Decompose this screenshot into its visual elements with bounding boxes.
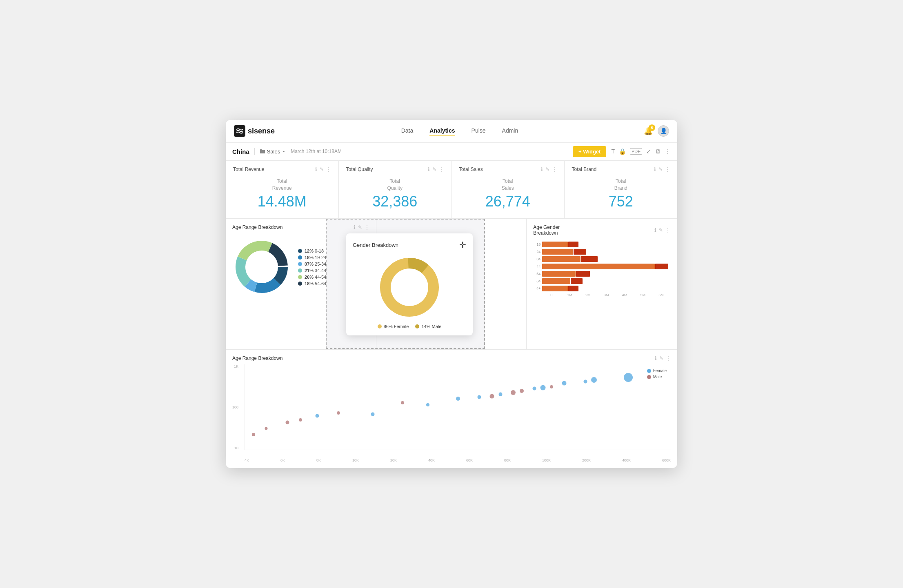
notification-button[interactable]: 🔔 5	[644, 126, 653, 135]
legend-item-44-54: 26% 44-54	[298, 275, 326, 280]
bar-seg-54-2	[576, 271, 590, 277]
gender-breakdown-widget[interactable]: Gender Breakdown ✛ 86% Female	[346, 233, 473, 335]
kpi-row: Total Revenue ℹ ✎ ⋮ TotalRevenue 14.48M …	[226, 161, 677, 219]
age-range-edit-icon[interactable]: ✎	[358, 224, 362, 230]
scatter-edit-icon[interactable]: ✎	[659, 355, 663, 361]
kpi-more-icon-2[interactable]: ⋮	[439, 166, 444, 172]
legend-item-0-18: 12% 0-18	[298, 249, 326, 253]
scatter-dot	[489, 394, 494, 398]
app-shell: sisense Data Analytics Pulse Admin 🔔 5 👤…	[226, 120, 677, 468]
age-gender-panel: Age GenderBreakdown ℹ ✎ ⋮ 18 24	[527, 219, 677, 349]
scatter-dot	[265, 427, 268, 430]
nav-tab-pulse[interactable]: Pulse	[472, 126, 486, 136]
scatter-y-1k: 1K	[232, 364, 238, 368]
kpi-edit-icon[interactable]: ✎	[320, 166, 324, 172]
scatter-dot	[456, 397, 460, 401]
scatter-x-40k: 40K	[428, 458, 435, 462]
age-range-title: Age Range Breakdown	[232, 224, 282, 230]
kpi-edit-icon-3[interactable]: ✎	[545, 166, 549, 172]
kpi-card-sales: Total Sales ℹ ✎ ⋮ TotalSales 26,774	[452, 161, 565, 219]
bar-seg-18-2	[568, 242, 578, 247]
notification-badge: 5	[649, 124, 655, 131]
move-cursor-icon[interactable]: ✛	[459, 240, 466, 250]
desktop-icon[interactable]: 🖥	[655, 148, 661, 155]
scatter-more-icon[interactable]: ⋮	[666, 355, 671, 361]
scatter-dot	[511, 390, 516, 395]
scatter-x-8k: 8K	[316, 458, 321, 462]
legend-dot-34-44	[298, 268, 302, 273]
age-gender-info-icon[interactable]: ℹ	[654, 227, 656, 233]
top-nav: sisense Data Analytics Pulse Admin 🔔 5 👤	[226, 120, 677, 143]
bar-label-34: 34	[533, 257, 540, 261]
more-icon[interactable]: ⋮	[665, 148, 671, 155]
gender-legend-female: 86% Female	[378, 324, 409, 329]
scatter-x-4k: 4K	[245, 458, 249, 462]
share-icon[interactable]: ⤢	[646, 148, 651, 155]
kpi-edit-icon-2[interactable]: ✎	[432, 166, 436, 172]
bar-seg-18-1	[542, 242, 568, 247]
legend-pct-0-18: 12% 0-18	[305, 249, 324, 253]
scatter-legend-female: Female	[647, 368, 667, 373]
scatter-male-label: Male	[653, 375, 662, 379]
kpi-info-icon[interactable]: ℹ	[315, 166, 317, 172]
text-tool-icon[interactable]: T	[611, 148, 615, 155]
scatter-dot	[520, 389, 524, 393]
charts-row: Age Range Breakdown ℹ ✎ ⋮	[226, 219, 677, 349]
bar-seg-24-1	[542, 249, 573, 255]
age-range-info-icon[interactable]: ℹ	[354, 224, 356, 230]
scatter-y-labels: 1K 100 10	[232, 364, 240, 450]
kpi-title-brand: Total Brand	[572, 166, 597, 172]
bar-seg-34-2	[581, 256, 598, 262]
svg-point-7	[246, 251, 277, 282]
bar-axis-4m: 4M	[616, 293, 634, 297]
kpi-more-icon-4[interactable]: ⋮	[665, 166, 670, 172]
breadcrumb-folder[interactable]: Sales	[260, 149, 286, 155]
kpi-edit-icon-4[interactable]: ✎	[658, 166, 663, 172]
toolbar-actions: T 🔒 PDF ⤢ 🖥 ⋮	[611, 148, 671, 155]
folder-label: Sales	[267, 149, 280, 155]
female-legend-dot	[378, 324, 382, 328]
pdf-icon[interactable]: PDF	[630, 148, 642, 155]
age-gender-edit-icon[interactable]: ✎	[659, 227, 663, 233]
scatter-dot	[337, 411, 340, 415]
scatter-dot	[550, 385, 553, 388]
gender-legend: 86% Female 14% Male	[378, 324, 442, 329]
scatter-legend-male: Male	[647, 375, 667, 379]
nav-tabs: Data Analytics Pulse Admin	[283, 126, 636, 136]
legend-item-54-64: 18% 54-64	[298, 281, 326, 286]
kpi-more-icon[interactable]: ⋮	[326, 166, 331, 172]
legend-dot-0-18	[298, 249, 302, 253]
kpi-info-icon-2[interactable]: ℹ	[428, 166, 430, 172]
nav-tab-admin[interactable]: Admin	[502, 126, 518, 136]
kpi-value-revenue: 14.48M	[258, 193, 307, 210]
nav-tab-analytics[interactable]: Analytics	[429, 126, 455, 136]
user-avatar[interactable]: 👤	[658, 125, 669, 137]
bar-label-4plus: 4+	[533, 286, 540, 291]
svg-point-10	[391, 268, 428, 306]
scatter-dot	[624, 373, 633, 382]
bar-seg-44-2	[655, 264, 668, 269]
age-gender-title: Age GenderBreakdown	[533, 224, 560, 236]
kpi-card-revenue: Total Revenue ℹ ✎ ⋮ TotalRevenue 14.48M	[226, 161, 339, 219]
scatter-x-10k: 10K	[352, 458, 359, 462]
kpi-sublabel-brand: TotalBrand	[614, 178, 627, 192]
sisense-logo-icon	[234, 125, 245, 137]
scatter-dot	[426, 403, 429, 406]
age-gender-more-icon[interactable]: ⋮	[665, 227, 670, 233]
scatter-info-icon[interactable]: ℹ	[655, 355, 657, 361]
scatter-dot	[498, 393, 502, 396]
scatter-dot	[316, 414, 319, 417]
kpi-info-icon-3[interactable]: ℹ	[541, 166, 543, 172]
bar-axis-3m: 3M	[597, 293, 616, 297]
nav-tab-data[interactable]: Data	[401, 126, 414, 136]
bar-seg-24-2	[574, 249, 586, 255]
scatter-dot	[562, 381, 567, 386]
legend-item-25-34: 07% 25-34	[298, 262, 326, 266]
lock-icon[interactable]: 🔒	[619, 148, 626, 155]
add-widget-button[interactable]: + Widget	[573, 146, 606, 157]
age-range-more-icon[interactable]: ⋮	[365, 224, 369, 230]
kpi-info-icon-4[interactable]: ℹ	[654, 166, 656, 172]
user-icon: 👤	[660, 128, 667, 134]
kpi-more-icon-3[interactable]: ⋮	[552, 166, 557, 172]
timestamp: March 12th at 10:18AM	[291, 149, 342, 154]
